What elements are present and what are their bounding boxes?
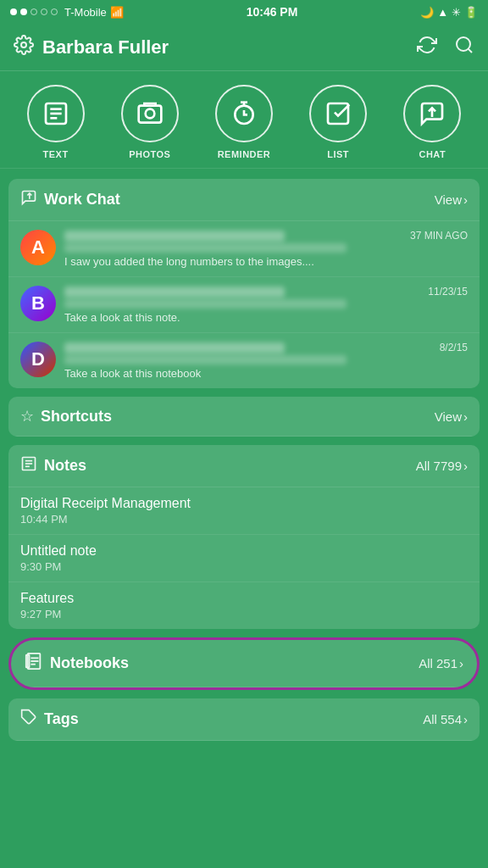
tags-icon	[20, 709, 37, 730]
sync-icon[interactable]	[417, 35, 437, 60]
carrier-label: T-Mobile	[64, 6, 107, 19]
notebooks-icon	[25, 652, 43, 675]
notebooks-all-button[interactable]: All 251 ›	[419, 656, 463, 670]
chat-name-blur-1	[64, 231, 285, 242]
moon-icon: 🌙	[420, 6, 434, 19]
notes-all-button[interactable]: All 7799 ›	[416, 459, 468, 473]
shortcuts-title-group: ☆ Shortcuts	[20, 407, 112, 426]
chat-preview-blur-1	[64, 243, 347, 253]
svg-point-0	[21, 42, 26, 47]
gear-icon[interactable]	[14, 35, 34, 60]
notebooks-header[interactable]: Notebooks All 251 ›	[11, 640, 477, 687]
shortcuts-view-button[interactable]: View ›	[435, 409, 468, 424]
notes-header: Notes All 7799 ›	[8, 445, 480, 487]
note-title-3: Features	[20, 591, 468, 606]
tags-section: Tags All 554 ›	[8, 698, 480, 741]
note-item-1[interactable]: Digital Receipt Management 10:44 PM	[8, 487, 480, 535]
action-list[interactable]: LIST	[309, 85, 367, 159]
notebooks-title: Notebooks	[50, 654, 129, 672]
user-name: Barbara Fuller	[42, 36, 169, 58]
status-time: 10:46 PM	[247, 5, 298, 19]
avatar-a: A	[20, 230, 56, 265]
action-chat-label: CHAT	[419, 149, 446, 159]
chat-item-2[interactable]: B 11/23/15 Take a look at this note.	[8, 277, 480, 333]
chat-preview-1: I saw you added the long numbers to the …	[64, 255, 468, 268]
action-text[interactable]: TEXT	[27, 85, 85, 159]
quick-actions-bar: TEXT PHOTOS REMINDER	[0, 71, 488, 169]
battery-icon: 🔋	[464, 6, 478, 19]
action-reminder-label: REMINDER	[218, 149, 271, 159]
note-time-1: 10:44 PM	[20, 513, 468, 526]
action-list-circle	[309, 85, 367, 142]
work-chat-view-button[interactable]: View ›	[435, 192, 468, 207]
notebooks-title-group: Notebooks	[25, 652, 129, 675]
chat-name-blur-3	[64, 342, 285, 353]
notes-section: Notes All 7799 › Digital Receipt Managem…	[8, 445, 480, 629]
svg-point-1	[457, 37, 470, 51]
chat-content-1: 37 MIN AGO I saw you added the long numb…	[64, 230, 468, 268]
chat-preview-3: Take a look at this notebook	[64, 367, 468, 380]
action-chat-circle	[403, 85, 461, 142]
work-chat-header: Work Chat View ›	[8, 179, 480, 221]
work-chat-title: Work Chat	[44, 191, 120, 209]
chat-name-blur-2	[64, 287, 285, 298]
chat-time-3: 8/2/15	[440, 342, 468, 353]
note-item-3[interactable]: Features 9:27 PM	[8, 582, 480, 629]
action-list-label: LIST	[327, 149, 349, 159]
signal-dot-2	[20, 8, 27, 15]
svg-rect-12	[328, 103, 348, 124]
chevron-right-notebooks-icon: ›	[459, 656, 463, 670]
action-chat[interactable]: CHAT	[403, 85, 461, 159]
wifi-icon: 📶	[110, 6, 124, 19]
note-item-2[interactable]: Untitled note 9:30 PM	[8, 535, 480, 582]
chat-name-row-2: 11/23/15	[64, 286, 468, 298]
notebooks-section: Notebooks All 251 ›	[8, 637, 480, 690]
work-chat-section: Work Chat View › A 37 MIN AGO I saw you …	[8, 179, 480, 388]
status-left: T-Mobile 📶	[10, 6, 124, 19]
action-text-label: TEXT	[43, 149, 69, 159]
svg-point-8	[145, 109, 154, 119]
note-time-2: 9:30 PM	[20, 560, 468, 573]
action-reminder-circle	[215, 85, 273, 142]
chevron-right-icon: ›	[463, 192, 468, 207]
tags-all-button[interactable]: All 554 ›	[423, 712, 468, 726]
chat-preview-blur-2	[64, 299, 347, 309]
chat-item-1[interactable]: A 37 MIN AGO I saw you added the long nu…	[8, 221, 480, 277]
chat-name-row-3: 8/2/15	[64, 342, 468, 353]
location-icon: ▲	[437, 6, 448, 19]
note-title-1: Digital Receipt Management	[20, 496, 468, 511]
shortcuts-icon: ☆	[20, 407, 34, 426]
tags-title-group: Tags	[20, 709, 79, 730]
shortcuts-section: ☆ Shortcuts View ›	[8, 397, 480, 437]
header-icons	[417, 35, 474, 60]
notes-icon	[20, 455, 37, 476]
signal-dot-5	[51, 8, 58, 15]
app-header: Barbara Fuller	[0, 24, 488, 71]
search-icon[interactable]	[454, 35, 474, 60]
chat-item-3[interactable]: D 8/2/15 Take a look at this notebook	[8, 333, 480, 388]
action-photos[interactable]: PHOTOS	[121, 85, 179, 159]
sections-container: Work Chat View › A 37 MIN AGO I saw you …	[0, 169, 488, 751]
status-bar: T-Mobile 📶 10:46 PM 🌙 ▲ ✳ 🔋	[0, 0, 488, 24]
work-chat-title-group: Work Chat	[20, 189, 120, 210]
action-photos-circle	[121, 85, 179, 142]
chat-content-3: 8/2/15 Take a look at this notebook	[64, 342, 468, 380]
signal-dot-1	[10, 8, 17, 15]
chat-preview-blur-3	[64, 355, 347, 364]
svg-line-2	[469, 48, 472, 52]
chevron-right-notes-icon: ›	[463, 459, 468, 473]
action-photos-label: PHOTOS	[129, 149, 170, 159]
note-title-2: Untitled note	[20, 543, 468, 559]
chat-name-row-1: 37 MIN AGO	[64, 230, 468, 242]
header-left: Barbara Fuller	[14, 35, 169, 60]
avatar-b: B	[20, 286, 56, 321]
action-text-circle	[27, 85, 85, 142]
signal-dot-3	[30, 8, 37, 15]
notes-title-group: Notes	[20, 455, 86, 476]
action-reminder[interactable]: REMINDER	[215, 85, 273, 159]
chevron-right-tags-icon: ›	[463, 712, 468, 726]
tags-header[interactable]: Tags All 554 ›	[8, 698, 480, 741]
signal-dot-4	[41, 8, 47, 15]
shortcuts-title: Shortcuts	[41, 408, 112, 426]
shortcuts-header[interactable]: ☆ Shortcuts View ›	[8, 397, 480, 437]
